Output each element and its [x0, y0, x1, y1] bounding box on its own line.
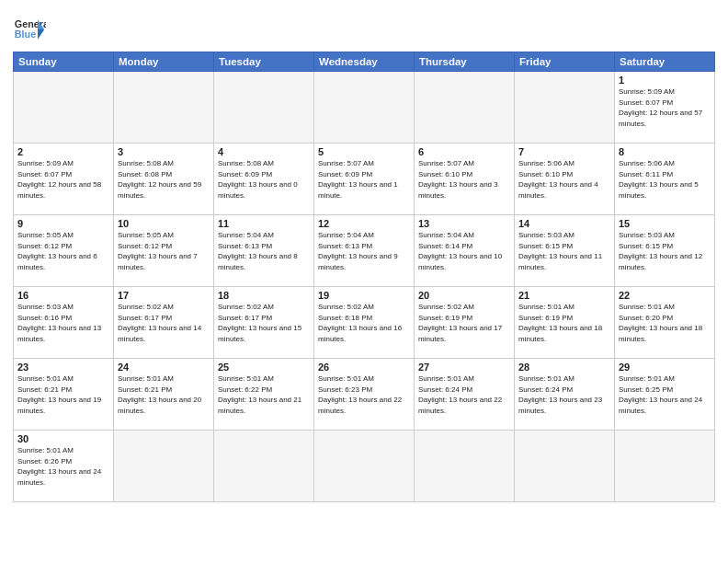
day-info: Sunrise: 5:01 AM Sunset: 6:25 PM Dayligh…: [619, 373, 711, 416]
day-number: 2: [17, 146, 109, 157]
day-number: 17: [118, 290, 210, 301]
calendar-cell: 15Sunrise: 5:03 AM Sunset: 6:15 PM Dayli…: [615, 215, 715, 287]
day-info: Sunrise: 5:06 AM Sunset: 6:10 PM Dayligh…: [518, 158, 610, 201]
calendar: SundayMondayTuesdayWednesdayThursdayFrid…: [13, 52, 715, 502]
weekday-header-tuesday: Tuesday: [214, 52, 314, 72]
day-info: Sunrise: 5:05 AM Sunset: 6:12 PM Dayligh…: [17, 230, 109, 272]
calendar-cell: 8Sunrise: 5:06 AM Sunset: 6:11 PM Daylig…: [615, 144, 715, 215]
page: General Blue SundayMondayTuesdayWednesda…: [0, 0, 728, 563]
day-number: 25: [218, 362, 310, 373]
day-info: Sunrise: 5:07 AM Sunset: 6:10 PM Dayligh…: [418, 158, 510, 201]
logo-icon: General Blue: [13, 13, 46, 46]
day-info: Sunrise: 5:09 AM Sunset: 6:07 PM Dayligh…: [17, 158, 109, 201]
day-info: Sunrise: 5:01 AM Sunset: 6:19 PM Dayligh…: [518, 302, 610, 344]
logo: General Blue: [13, 13, 46, 46]
day-info: Sunrise: 5:01 AM Sunset: 6:24 PM Dayligh…: [418, 373, 510, 416]
weekday-header-sunday: Sunday: [14, 52, 114, 72]
day-number: 10: [118, 218, 210, 229]
weekday-header-wednesday: Wednesday: [314, 52, 415, 72]
calendar-cell: [14, 72, 114, 144]
calendar-cell: 24Sunrise: 5:01 AM Sunset: 6:21 PM Dayli…: [114, 359, 214, 431]
calendar-cell: 23Sunrise: 5:01 AM Sunset: 6:21 PM Dayli…: [14, 359, 114, 431]
day-info: Sunrise: 5:02 AM Sunset: 6:18 PM Dayligh…: [318, 302, 410, 344]
calendar-cell: 20Sunrise: 5:02 AM Sunset: 6:19 PM Dayli…: [415, 287, 515, 359]
calendar-cell: 4Sunrise: 5:08 AM Sunset: 6:09 PM Daylig…: [214, 144, 314, 215]
calendar-cell: [314, 72, 415, 144]
day-info: Sunrise: 5:01 AM Sunset: 6:20 PM Dayligh…: [619, 302, 711, 344]
day-info: Sunrise: 5:01 AM Sunset: 6:24 PM Dayligh…: [518, 373, 610, 416]
day-number: 6: [418, 146, 510, 157]
calendar-cell: 6Sunrise: 5:07 AM Sunset: 6:10 PM Daylig…: [415, 144, 515, 215]
day-info: Sunrise: 5:02 AM Sunset: 6:19 PM Dayligh…: [418, 302, 510, 344]
day-number: 27: [418, 362, 510, 373]
day-number: 12: [318, 218, 410, 229]
calendar-cell: 12Sunrise: 5:04 AM Sunset: 6:13 PM Dayli…: [314, 215, 415, 287]
svg-marker-3: [38, 29, 44, 40]
calendar-cell: 13Sunrise: 5:04 AM Sunset: 6:14 PM Dayli…: [415, 215, 515, 287]
day-info: Sunrise: 5:04 AM Sunset: 6:13 PM Dayligh…: [318, 230, 410, 272]
calendar-cell: 25Sunrise: 5:01 AM Sunset: 6:22 PM Dayli…: [214, 359, 314, 431]
header: General Blue: [13, 9, 715, 46]
calendar-cell: [415, 72, 515, 144]
calendar-cell: 2Sunrise: 5:09 AM Sunset: 6:07 PM Daylig…: [14, 144, 114, 215]
day-number: 21: [518, 290, 610, 301]
day-info: Sunrise: 5:01 AM Sunset: 6:22 PM Dayligh…: [218, 373, 310, 416]
calendar-cell: 10Sunrise: 5:05 AM Sunset: 6:12 PM Dayli…: [114, 215, 214, 287]
calendar-cell: 21Sunrise: 5:01 AM Sunset: 6:19 PM Dayli…: [515, 287, 615, 359]
calendar-cell: 19Sunrise: 5:02 AM Sunset: 6:18 PM Dayli…: [314, 287, 415, 359]
day-info: Sunrise: 5:07 AM Sunset: 6:09 PM Dayligh…: [318, 158, 410, 201]
calendar-cell: [415, 431, 515, 502]
calendar-cell: 29Sunrise: 5:01 AM Sunset: 6:25 PM Dayli…: [615, 359, 715, 431]
day-number: 26: [318, 362, 410, 373]
day-info: Sunrise: 5:01 AM Sunset: 6:21 PM Dayligh…: [118, 373, 210, 416]
day-info: Sunrise: 5:03 AM Sunset: 6:16 PM Dayligh…: [17, 302, 109, 344]
day-number: 4: [218, 146, 310, 157]
calendar-cell: [515, 72, 615, 144]
calendar-cell: 28Sunrise: 5:01 AM Sunset: 6:24 PM Dayli…: [515, 359, 615, 431]
calendar-cell: 22Sunrise: 5:01 AM Sunset: 6:20 PM Dayli…: [615, 287, 715, 359]
weekday-header-friday: Friday: [515, 52, 615, 72]
day-number: 22: [619, 290, 711, 301]
weekday-header-saturday: Saturday: [615, 52, 715, 72]
day-number: 29: [619, 362, 711, 373]
calendar-cell: 27Sunrise: 5:01 AM Sunset: 6:24 PM Dayli…: [415, 359, 515, 431]
day-number: 14: [518, 218, 610, 229]
day-info: Sunrise: 5:05 AM Sunset: 6:12 PM Dayligh…: [118, 230, 210, 272]
day-info: Sunrise: 5:08 AM Sunset: 6:08 PM Dayligh…: [118, 158, 210, 201]
day-info: Sunrise: 5:09 AM Sunset: 6:07 PM Dayligh…: [619, 86, 711, 129]
calendar-cell: 16Sunrise: 5:03 AM Sunset: 6:16 PM Dayli…: [14, 287, 114, 359]
calendar-cell: 26Sunrise: 5:01 AM Sunset: 6:23 PM Dayli…: [314, 359, 415, 431]
calendar-cell: 30Sunrise: 5:01 AM Sunset: 6:26 PM Dayli…: [14, 431, 114, 502]
day-number: 20: [418, 290, 510, 301]
day-info: Sunrise: 5:06 AM Sunset: 6:11 PM Dayligh…: [619, 158, 711, 201]
calendar-cell: [214, 72, 314, 144]
day-info: Sunrise: 5:02 AM Sunset: 6:17 PM Dayligh…: [218, 302, 310, 344]
day-number: 11: [218, 218, 310, 229]
day-number: 18: [218, 290, 310, 301]
calendar-cell: [515, 431, 615, 502]
day-info: Sunrise: 5:04 AM Sunset: 6:14 PM Dayligh…: [418, 230, 510, 272]
day-info: Sunrise: 5:01 AM Sunset: 6:21 PM Dayligh…: [17, 373, 109, 416]
day-number: 30: [17, 433, 109, 444]
calendar-cell: [114, 431, 214, 502]
day-number: 13: [418, 218, 510, 229]
calendar-cell: 11Sunrise: 5:04 AM Sunset: 6:13 PM Dayli…: [214, 215, 314, 287]
calendar-cell: 9Sunrise: 5:05 AM Sunset: 6:12 PM Daylig…: [14, 215, 114, 287]
calendar-cell: 7Sunrise: 5:06 AM Sunset: 6:10 PM Daylig…: [515, 144, 615, 215]
day-number: 23: [17, 362, 109, 373]
day-info: Sunrise: 5:03 AM Sunset: 6:15 PM Dayligh…: [619, 230, 711, 272]
weekday-header-monday: Monday: [114, 52, 214, 72]
day-number: 8: [619, 146, 711, 157]
calendar-cell: 1Sunrise: 5:09 AM Sunset: 6:07 PM Daylig…: [615, 72, 715, 144]
day-number: 1: [619, 75, 711, 86]
day-info: Sunrise: 5:03 AM Sunset: 6:15 PM Dayligh…: [518, 230, 610, 272]
day-info: Sunrise: 5:02 AM Sunset: 6:17 PM Dayligh…: [118, 302, 210, 344]
day-number: 16: [17, 290, 109, 301]
day-number: 7: [518, 146, 610, 157]
day-number: 5: [318, 146, 410, 157]
day-number: 9: [17, 218, 109, 229]
day-number: 19: [318, 290, 410, 301]
day-number: 24: [118, 362, 210, 373]
day-info: Sunrise: 5:01 AM Sunset: 6:23 PM Dayligh…: [318, 373, 410, 416]
calendar-cell: 14Sunrise: 5:03 AM Sunset: 6:15 PM Dayli…: [515, 215, 615, 287]
